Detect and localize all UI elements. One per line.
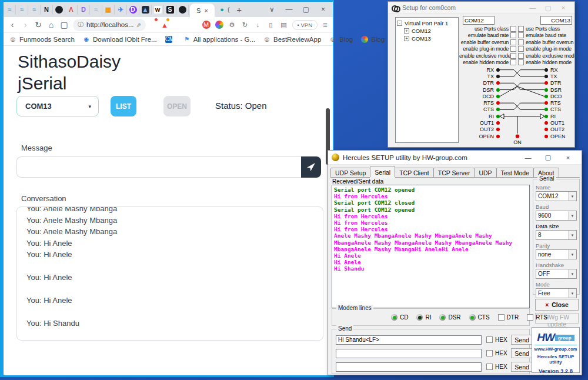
extension-icon[interactable]: ↻ [239,20,251,29]
extension-icon[interactable]: M [201,20,212,29]
serial-field-combo[interactable]: 9600 ▼ [536,211,577,221]
url-text[interactable]: http://localhos... [86,21,133,28]
send-button-3[interactable]: Send [511,362,533,372]
forward-icon[interactable]: › [19,20,32,29]
option-checkbox-right[interactable] [518,39,524,45]
option-checkbox-right[interactable] [518,32,524,38]
option-checkbox-left[interactable] [510,26,516,32]
pinned-tab[interactable] [53,5,65,15]
message-input[interactable] [16,156,301,178]
pinned-tab[interactable]: ▦ [102,5,115,15]
combo-arrow-icon[interactable]: ▼ [568,289,576,298]
option-checkbox-left[interactable] [510,53,516,59]
minimize-button[interactable]: — [518,154,538,161]
combo-arrow-icon[interactable]: ▼ [568,250,576,259]
extension-icon[interactable]: ▤ [278,20,290,29]
option-checkbox-left[interactable] [510,32,516,38]
hercules-tab[interactable]: TCP Client [395,168,434,177]
combo-arrow-icon[interactable]: ▼ [568,211,576,220]
option-checkbox-right[interactable] [518,59,524,65]
bookmark-item[interactable]: Blog [361,36,385,43]
serial-field-combo[interactable]: Free ▼ [536,288,577,298]
hercules-tab[interactable]: UDP [474,168,496,177]
address-bar[interactable]: ⓘ http://localhos... ⇗ [73,19,146,31]
hercules-tab[interactable]: TCP Server [433,168,475,177]
port-select[interactable]: COM13 ▾ [16,96,99,116]
new-tab-button[interactable]: + [233,2,245,17]
active-tab[interactable]: S × [190,4,215,17]
pinned-tab[interactable]: w [152,5,164,15]
hex-checkbox-1[interactable] [486,336,493,343]
hercules-tab[interactable]: Test Mode [496,168,534,177]
pinned-tab[interactable]: ≈ [90,5,102,15]
maximize-button[interactable]: ▢ [540,4,556,12]
tree-item-com13[interactable]: + COM13 [397,35,457,42]
hercules-tab[interactable]: Serial [370,166,395,177]
serial-field-combo[interactable]: OFF ▼ [536,269,577,279]
tree-expand-icon[interactable]: + [404,28,409,34]
option-checkbox-left[interactable] [510,59,516,65]
send-button-2[interactable]: Send [511,348,533,358]
pinned-tab[interactable]: ✈ [115,5,127,15]
pinned-tab[interactable]: Λ [65,5,78,15]
maximize-button[interactable]: ▢ [298,5,315,14]
hercules-titlebar[interactable]: Hercules SETUP utility by HW-group.com —… [328,151,582,165]
pinned-tab[interactable]: ▲ [139,5,152,15]
bookmark-icon[interactable]: ▢ [58,20,71,29]
antivirus-icon[interactable]: ▲ [161,19,168,30]
option-checkbox-left[interactable] [510,39,516,45]
hercules-tab[interactable]: UDP Setup [330,168,370,177]
close-button[interactable]: × [558,154,578,161]
menu-icon[interactable]: ≡ [320,21,330,29]
background-tab[interactable]: ● ( [215,2,233,17]
pinned-tab[interactable]: D [78,5,90,15]
bookmark-item[interactable]: CM [165,36,175,43]
pinned-tab[interactable] [176,5,189,15]
close-button[interactable]: × [556,4,571,11]
option-checkbox-left[interactable] [510,46,516,52]
right-port-name-input[interactable] [540,16,572,25]
left-port-name-input[interactable] [463,16,495,25]
vpn-button[interactable]: • VPN [292,20,318,30]
maximize-button[interactable]: ▢ [538,154,558,161]
minimize-button[interactable]: — [525,4,540,11]
adblock-shield-icon[interactable] [151,19,156,30]
extension-icon[interactable]: ⚙ [226,20,238,29]
tree-collapse-icon[interactable]: - [397,21,402,26]
pinned-tab[interactable]: S [164,5,176,15]
tree-expand-icon[interactable]: + [404,36,409,41]
pinned-tab[interactable]: D [127,5,139,15]
extension-icon[interactable]: ▯ [265,20,277,29]
conversation-box[interactable]: You: Anele Mashy Mbanga You: Anele Mashy… [16,206,323,341]
close-button[interactable]: × [315,5,332,14]
com0com-titlebar[interactable]: Setup for com0com — ▢ × [388,2,574,14]
bookmark-item[interactable]: ◉ Download IObit Fre... [83,36,157,43]
serial-close-button[interactable]: ×Close [535,299,579,311]
combo-arrow-icon[interactable]: ▼ [568,192,576,201]
pinned-tab[interactable]: ≈ [16,5,28,15]
hex-checkbox-3[interactable] [486,364,493,370]
bookmark-item[interactable]: ◎ Blog [329,36,353,43]
tree-item-pair[interactable]: - Virtual Port Pair 1 [397,20,457,26]
received-sent-data[interactable]: Serial port COM12 opened Hi from Hercule… [332,185,530,308]
send-input-2[interactable] [336,349,482,358]
hex-checkbox-2[interactable] [486,350,493,356]
serial-field-combo[interactable]: none ▼ [536,249,577,259]
bookmark-item[interactable]: ◎ BestReviewApp [263,36,321,43]
tab-search-icon[interactable]: ∨ [263,5,280,14]
dtr-checkbox[interactable] [498,314,505,321]
bookmark-item[interactable]: ⚑ All applications - G... [183,36,255,43]
site-info-icon[interactable]: ⓘ [78,21,83,29]
option-checkbox-right[interactable] [518,53,524,59]
home-icon[interactable]: ⌂ [45,20,58,29]
minimize-button[interactable]: — [280,5,298,14]
extension-icon[interactable]: ↓ [252,20,264,29]
option-checkbox-right[interactable] [518,46,524,52]
bookmark-item[interactable]: ◎ Funmoods Search [9,36,75,43]
reload-icon[interactable]: ↻ [32,20,45,29]
share-icon[interactable]: ⇗ [136,22,141,28]
tree-item-com12[interactable]: + COM12 [397,28,457,34]
pinned-tab[interactable]: N [41,5,53,15]
tab-close-icon[interactable]: × [204,7,208,14]
extension-icon[interactable] [213,20,225,29]
